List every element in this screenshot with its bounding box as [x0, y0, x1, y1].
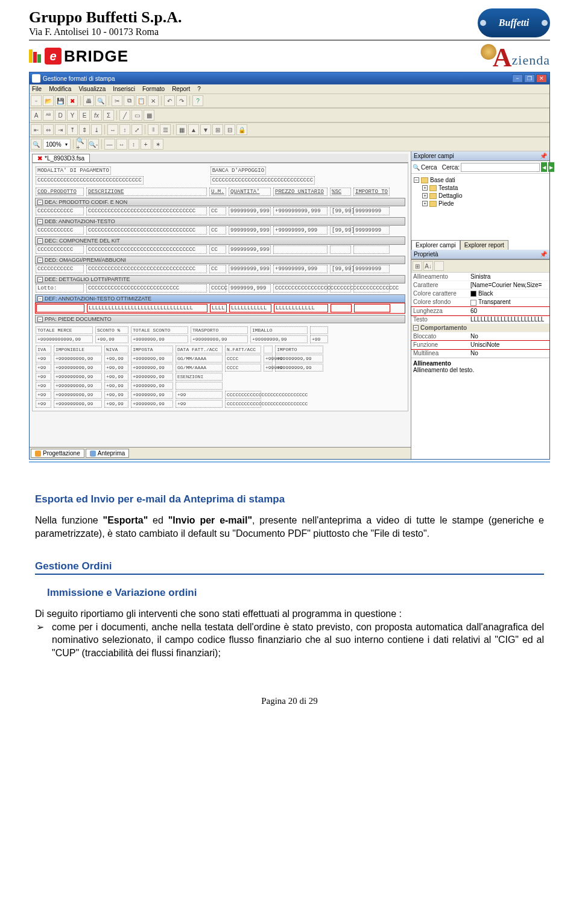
field[interactable]: +99,99: [95, 335, 128, 343]
fit-h[interactable]: ↕: [128, 139, 139, 150]
field[interactable]: +99: [36, 364, 51, 372]
field[interactable]: 99999999: [353, 265, 390, 273]
menu-help[interactable]: ?: [197, 86, 201, 92]
field[interactable]: CCCC: [225, 364, 261, 372]
tool-save[interactable]: 💾: [55, 95, 66, 106]
dist-h[interactable]: ⫴: [148, 124, 159, 135]
field[interactable]: CCCCCCCCCCCCCCCCCCCCCCCCCCCCCCCCC: [86, 226, 207, 235]
field[interactable]: CCCCCCCCCCCCCCCCCCCCCCCCCCCCCCCC: [36, 176, 144, 185]
field[interactable]: +9999999,99: [131, 335, 188, 343]
tool-print[interactable]: 🖶: [83, 95, 94, 106]
property-row[interactable]: Lunghezza60: [411, 307, 549, 315]
design-canvas[interactable]: ✖*L_8903D3.fsa MODALITA' DI PAGAMENTO CC…: [30, 151, 411, 459]
tool-redo[interactable]: ↷: [176, 95, 187, 106]
align-m[interactable]: ⇕: [79, 124, 90, 135]
minimize-button[interactable]: −: [512, 74, 523, 83]
field[interactable]: TOTALE MERCE: [36, 326, 93, 334]
back[interactable]: ▼: [200, 124, 211, 135]
insert-fx[interactable]: fx: [91, 110, 102, 121]
field[interactable]: CCCCCCCCCCC: [36, 207, 84, 215]
property-row[interactable]: Colore sfondoTransparent: [411, 298, 549, 306]
field[interactable]: 99999999,999: [229, 265, 271, 273]
field[interactable]: +99,99: [104, 364, 128, 372]
field[interactable]: TRASPORTO: [191, 326, 248, 334]
field[interactable]: [264, 346, 273, 353]
tab-progettazione[interactable]: Progettazione: [31, 449, 84, 458]
field[interactable]: +9999999,99: [131, 364, 173, 372]
shape-img[interactable]: ▦: [144, 110, 154, 121]
insert-ab[interactable]: ᴬᴮ: [43, 110, 54, 121]
field[interactable]: +999999999,99: [54, 355, 102, 362]
insert-e[interactable]: E: [79, 110, 90, 121]
tab-explorer-campi[interactable]: Explorer campi: [411, 240, 460, 250]
field[interactable]: [99,99]: [330, 265, 351, 273]
field[interactable]: SCONTO %: [95, 326, 128, 334]
field[interactable]: CCCCCCCCCCC: [36, 265, 84, 273]
menu-formato[interactable]: Formato: [142, 86, 165, 92]
ungroup[interactable]: ⊟: [224, 124, 235, 135]
field[interactable]: GG/MM/AAAA: [176, 364, 223, 372]
size-wh[interactable]: ⤢: [131, 124, 142, 135]
tab-explorer-report[interactable]: Explorer report: [460, 240, 508, 250]
tool-cut[interactable]: ✂: [112, 95, 122, 106]
tree-item[interactable]: +Piede: [422, 200, 547, 207]
field[interactable]: DATA FATT./ACC: [176, 346, 223, 353]
tab-close-icon[interactable]: ✖: [37, 155, 42, 162]
field[interactable]: CCCCCCCCCCCCCCCCCCCCCCCCCCCC: [225, 391, 261, 399]
field[interactable]: +99,99: [104, 391, 128, 399]
field[interactable]: CCCC: [225, 355, 261, 362]
field[interactable]: CCCCCCCCCCCCCCCCCCCCCCCCCCCC: [225, 400, 261, 408]
field[interactable]: [353, 284, 390, 293]
field[interactable]: +99999999,99: [275, 355, 323, 362]
insert-d[interactable]: D: [55, 110, 66, 121]
field[interactable]: LLLL: [210, 304, 227, 312]
field[interactable]: CCCCCCCCCCCCCCCCCCCCCCCCCCCCCCC: [210, 176, 315, 185]
insert-a[interactable]: A: [31, 110, 42, 121]
property-row[interactable]: Colore carattereBlack: [411, 290, 549, 298]
field[interactable]: %IVA: [104, 346, 128, 353]
field[interactable]: +99: [176, 391, 223, 399]
section-header[interactable]: − DEA: PRODOTTO CODIF. E NON: [35, 198, 405, 206]
col-header[interactable]: IMPORTO TO: [353, 188, 390, 196]
field[interactable]: +99,99: [104, 382, 128, 390]
field[interactable]: CCCCCCCCCCC: [36, 226, 84, 235]
section-header[interactable]: − DEF: ANNOTAZIONI-TESTO OTTIMIZZATE: [35, 294, 405, 303]
field[interactable]: +99: [36, 382, 51, 390]
section-header[interactable]: − DEE: DETTAGLIO LOTTI/PARTITE: [35, 275, 405, 283]
size-h[interactable]: ↕: [119, 124, 130, 135]
maximize-button[interactable]: ❐: [524, 74, 535, 83]
grid-snap[interactable]: ▦: [176, 124, 187, 135]
field[interactable]: +99999999,99: [250, 335, 308, 343]
prop-az[interactable]: A↓: [423, 261, 433, 271]
field[interactable]: [330, 245, 351, 254]
field[interactable]: +99: [176, 400, 223, 408]
field[interactable]: CCCCC: [209, 284, 226, 293]
search-prev[interactable]: ◄: [541, 162, 547, 172]
field[interactable]: GG/MM/AAAA: [176, 355, 223, 362]
field[interactable]: LLLLLLLLLLLL: [274, 304, 328, 312]
field[interactable]: CC: [209, 245, 226, 254]
align-l[interactable]: ⇤: [31, 124, 42, 135]
lock[interactable]: 🔒: [236, 124, 247, 135]
field[interactable]: [273, 245, 327, 254]
tool-preview[interactable]: 🔍: [95, 95, 106, 106]
col-header[interactable]: U.M.: [209, 188, 226, 196]
field[interactable]: IVA: [36, 346, 51, 353]
front[interactable]: ▲: [188, 124, 199, 135]
col-header[interactable]: PREZZO UNITARIO: [273, 188, 327, 196]
field[interactable]: [310, 326, 328, 334]
field[interactable]: +99999999999,99: [36, 335, 93, 343]
zoom-in[interactable]: 🔍+: [76, 139, 87, 150]
field[interactable]: +9999999,99: [131, 373, 173, 381]
fit[interactable]: —: [104, 139, 115, 150]
field[interactable]: +99: [36, 400, 51, 408]
tree-item[interactable]: +Testata: [422, 184, 547, 192]
property-row[interactable]: FunzioneUnisciNote: [411, 341, 549, 349]
field[interactable]: [330, 284, 351, 293]
field[interactable]: CC: [209, 265, 226, 273]
dist-v[interactable]: ☰: [160, 124, 171, 135]
align-b[interactable]: ⤓: [91, 124, 102, 135]
align-t[interactable]: ⤒: [67, 124, 78, 135]
field[interactable]: IMPOSTA: [131, 346, 173, 353]
field[interactable]: 99999999: [353, 207, 390, 215]
